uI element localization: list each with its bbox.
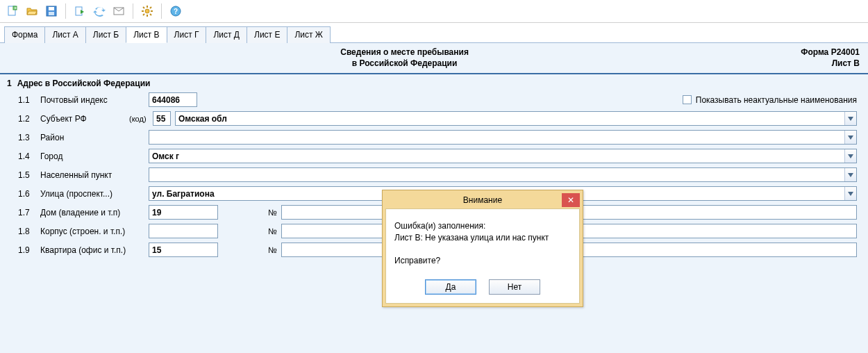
svg-rect-4	[49, 7, 54, 10]
open-icon[interactable]	[24, 3, 40, 19]
dialog-msg-line3: Исправите?	[394, 255, 571, 267]
save-icon[interactable]	[43, 3, 60, 19]
region-value: Омская обл	[178, 114, 227, 124]
page-title-line1: Сведения о месте пребывания	[8, 47, 801, 58]
sheet-label: Лист В	[801, 58, 860, 69]
building-label: Корпус (строен. и т.п.)	[40, 227, 144, 236]
city-combo[interactable]: Омск г	[149, 149, 857, 163]
flat-num-label: №	[268, 245, 277, 255]
field-num: 1.4	[18, 151, 36, 161]
section-num: 1	[7, 79, 12, 88]
field-num: 1.6	[18, 189, 36, 199]
field-num: 1.9	[18, 245, 36, 255]
tabbar: Форма Лист А Лист Б Лист В Лист Г Лист Д…	[0, 23, 868, 43]
region-code-label: (код)	[129, 115, 149, 123]
chevron-down-icon[interactable]	[844, 131, 856, 144]
dialog-body: Ошибка(и) заполнения: Лист В: Не указана…	[385, 208, 580, 304]
field-num: 1.7	[18, 208, 36, 217]
section-title: 1 Адрес в Российской Федерации	[0, 74, 868, 92]
postal-label: Почтовый индекс	[40, 95, 144, 105]
page-title-line2: в Российской Федерации	[8, 58, 801, 69]
region-combo[interactable]: Омская обл	[175, 111, 857, 126]
dialog-titlebar[interactable]: Внимание ✕	[385, 193, 580, 208]
flat-input[interactable]	[149, 243, 218, 257]
svg-text:?: ?	[174, 8, 178, 15]
new-icon[interactable]: +	[4, 3, 21, 19]
house-label: Дом (владение и т.п)	[40, 208, 144, 217]
dialog-msg-line1: Ошибка(и) заполнения:	[394, 220, 571, 232]
show-obsolete-checkbox[interactable]: Показывать неактуальные наименования	[683, 95, 857, 105]
export-icon[interactable]	[72, 3, 88, 19]
svg-line-16	[143, 14, 144, 15]
house-num-label: №	[268, 208, 277, 217]
checkbox-label: Показывать неактуальные наименования	[696, 95, 857, 105]
street-value: ул. Багратиона	[152, 189, 215, 199]
mail-icon[interactable]	[110, 3, 127, 19]
svg-rect-5	[49, 12, 54, 15]
chevron-down-icon[interactable]	[844, 112, 856, 125]
district-combo[interactable]	[149, 130, 857, 145]
chevron-down-icon[interactable]	[844, 187, 856, 200]
close-icon[interactable]: ✕	[562, 193, 580, 207]
chevron-down-icon[interactable]	[844, 168, 856, 181]
tab-sheet-e[interactable]: Лист Е	[247, 26, 287, 43]
tab-sheet-d[interactable]: Лист Д	[206, 26, 247, 43]
city-label: Город	[40, 151, 144, 161]
street-label: Улица (проспект...)	[40, 189, 144, 199]
tab-sheet-b[interactable]: Лист Б	[85, 26, 126, 43]
building-input[interactable]	[149, 224, 218, 238]
field-num: 1.5	[18, 170, 36, 180]
district-label: Район	[40, 133, 144, 142]
tab-sheet-a[interactable]: Лист А	[44, 26, 85, 43]
no-button[interactable]: Нет	[489, 279, 540, 295]
svg-text:+: +	[15, 6, 17, 10]
region-code-input[interactable]	[153, 111, 171, 126]
flat-label: Квартира (офис и т.п.)	[40, 245, 144, 255]
sync-icon[interactable]	[91, 3, 108, 19]
section-label: Адрес в Российской Федерации	[17, 79, 151, 88]
checkbox-icon[interactable]	[683, 95, 692, 104]
settings-icon[interactable]	[139, 3, 156, 19]
svg-line-15	[150, 7, 151, 8]
region-label: Субъект РФ	[40, 114, 125, 124]
form-code: Форма Р24001	[801, 47, 860, 58]
help-icon[interactable]: ?	[167, 3, 184, 19]
yes-button[interactable]: Да	[425, 279, 476, 295]
tab-sheet-v[interactable]: Лист В	[126, 26, 167, 43]
field-num: 1.2	[18, 114, 36, 124]
page-header: Сведения о месте пребывания в Российской…	[0, 43, 868, 74]
dialog-title-text: Внимание	[463, 195, 502, 205]
field-num: 1.1	[18, 95, 36, 105]
postal-input[interactable]	[149, 92, 197, 107]
svg-point-8	[145, 9, 149, 13]
tab-sheet-zh[interactable]: Лист Ж	[287, 26, 331, 43]
settlement-combo[interactable]	[149, 167, 857, 182]
svg-line-13	[143, 7, 144, 8]
city-value: Омск г	[152, 151, 179, 161]
tab-sheet-g[interactable]: Лист Г	[167, 26, 207, 43]
field-num: 1.8	[18, 227, 36, 236]
dialog-msg-line2: Лист В: Не указана улица или нас пункт	[394, 232, 571, 244]
warning-dialog: Внимание ✕ Ошибка(и) заполнения: Лист В:…	[382, 190, 583, 307]
chevron-down-icon[interactable]	[844, 149, 856, 163]
house-input[interactable]	[149, 205, 218, 220]
toolbar: + ?	[0, 0, 868, 23]
building-num-label: №	[268, 227, 277, 236]
svg-line-14	[150, 14, 151, 15]
field-num: 1.3	[18, 133, 36, 142]
tab-form[interactable]: Форма	[4, 26, 45, 43]
settlement-label: Населенный пункт	[40, 170, 144, 180]
